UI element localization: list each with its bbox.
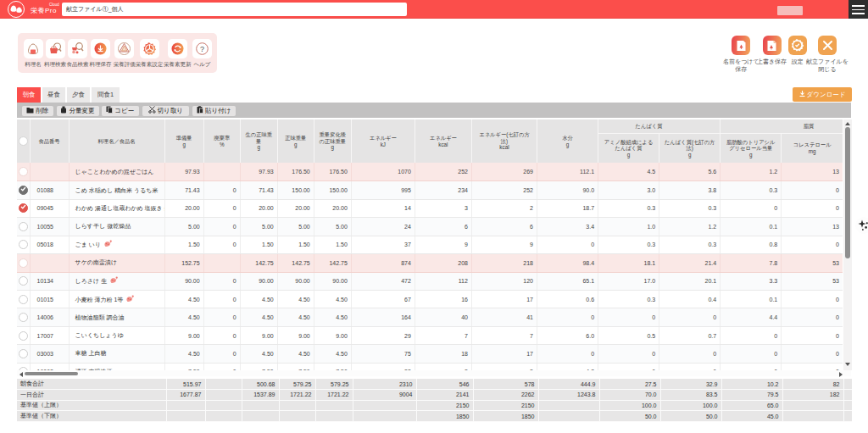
svg-text:?: ? (200, 45, 204, 53)
